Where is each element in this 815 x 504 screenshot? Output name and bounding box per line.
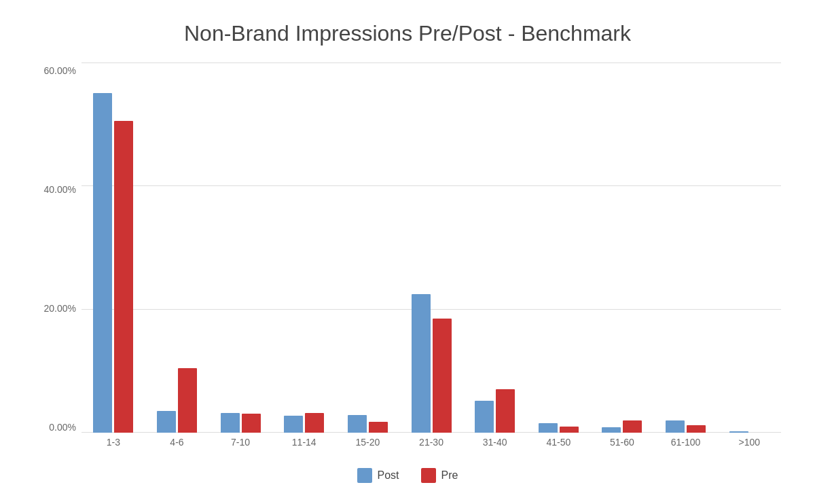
bar-group (272, 62, 336, 433)
bar-group (590, 62, 654, 433)
bar-pre (178, 368, 197, 433)
bar-group (526, 62, 590, 433)
bar-post (221, 413, 240, 433)
chart-title: Non-Brand Impressions Pre/Post - Benchma… (184, 21, 631, 46)
x-axis-label: 51-60 (590, 437, 654, 448)
bar-group (145, 62, 209, 433)
legend-post-label: Post (378, 469, 399, 482)
x-axis-label: 31-40 (463, 437, 527, 448)
bar-pre (496, 389, 515, 433)
bar-pre (560, 427, 579, 433)
x-axis: 1-34-67-1011-1415-2021-3031-4041-5051-60… (82, 433, 781, 460)
bar-pre (305, 413, 324, 433)
bar-post (348, 415, 367, 433)
x-axis-label: 41-50 (526, 437, 590, 448)
bar-post (729, 431, 748, 433)
bar-post (284, 416, 303, 433)
bar-pre (242, 414, 261, 433)
x-axis-label: 21-30 (399, 437, 463, 448)
bar-group (463, 62, 527, 433)
bar-pre (687, 425, 706, 433)
bar-pre (433, 319, 452, 433)
legend-post: Post (357, 468, 399, 483)
chart-container: Non-Brand Impressions Pre/Post - Benchma… (34, 21, 781, 483)
bars-and-grid (82, 62, 781, 433)
y-axis-label: 20.00% (44, 303, 76, 314)
bar-post (412, 294, 431, 433)
x-axis-label: 61-100 (654, 437, 718, 448)
x-axis-label: 7-10 (209, 437, 272, 448)
bar-post (602, 427, 621, 433)
bar-group (717, 62, 781, 433)
chart-area: 60.00%40.00%20.00%0.00% 1-34-67-1011-141… (34, 62, 781, 460)
bar-pre (114, 121, 133, 433)
bar-group (399, 62, 463, 433)
bar-pre (623, 420, 642, 433)
bar-post (93, 93, 112, 433)
y-axis-label: 40.00% (44, 184, 76, 195)
bar-pre (369, 422, 388, 433)
x-axis-label: 15-20 (336, 437, 400, 448)
chart-main: 1-34-67-1011-1415-2021-3031-4041-5051-60… (82, 62, 781, 460)
bar-group (654, 62, 718, 433)
x-axis-label: >100 (717, 437, 781, 448)
legend: Post Pre (357, 468, 458, 483)
x-axis-label: 1-3 (82, 437, 145, 448)
bar-group (82, 62, 145, 433)
bars-row (82, 62, 781, 433)
y-axis-label: 0.00% (49, 422, 76, 433)
bar-post (666, 420, 685, 433)
x-axis-label: 4-6 (145, 437, 209, 448)
legend-pre-box (421, 468, 436, 483)
x-axis-label: 11-14 (272, 437, 336, 448)
bar-post (539, 423, 558, 433)
bar-group (336, 62, 400, 433)
y-axis: 60.00%40.00%20.00%0.00% (34, 62, 82, 460)
legend-post-box (357, 468, 372, 483)
bar-post (475, 401, 494, 433)
legend-pre: Pre (421, 468, 458, 483)
bar-post (157, 411, 176, 433)
legend-pre-label: Pre (441, 469, 458, 482)
bar-group (209, 62, 272, 433)
y-axis-label: 60.00% (44, 65, 76, 76)
